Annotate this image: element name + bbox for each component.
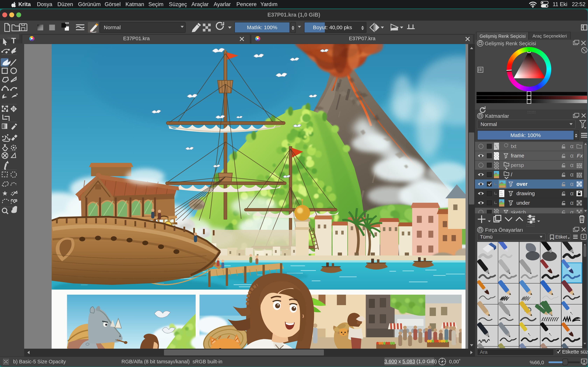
svg-text:α: α <box>570 162 574 168</box>
svg-text:txt: txt <box>511 143 516 149</box>
svg-text:T: T <box>11 36 16 45</box>
svg-text:α: α <box>570 152 574 159</box>
svg-text:frame: frame <box>511 153 524 158</box>
svg-text:over: over <box>516 181 528 187</box>
svg-text:α: α <box>570 209 574 213</box>
svg-text:α: α <box>570 200 574 206</box>
svg-text:Fırça Önayarları: Fırça Önayarları <box>485 227 523 233</box>
svg-text:α: α <box>570 143 574 150</box>
svg-text:sketch: sketch <box>511 209 526 213</box>
svg-text:drawing: drawing <box>516 191 535 196</box>
svg-text:α: α <box>570 181 574 187</box>
svg-text:α: α <box>570 190 574 197</box>
svg-text:Katmanlar: Katmanlar <box>485 113 509 119</box>
svg-text:under: under <box>516 200 530 206</box>
svg-text:Fx: Fx <box>577 153 583 158</box>
svg-text:/: / <box>511 172 512 177</box>
svg-text:persp: persp <box>511 162 524 168</box>
svg-text:α: α <box>570 171 574 178</box>
